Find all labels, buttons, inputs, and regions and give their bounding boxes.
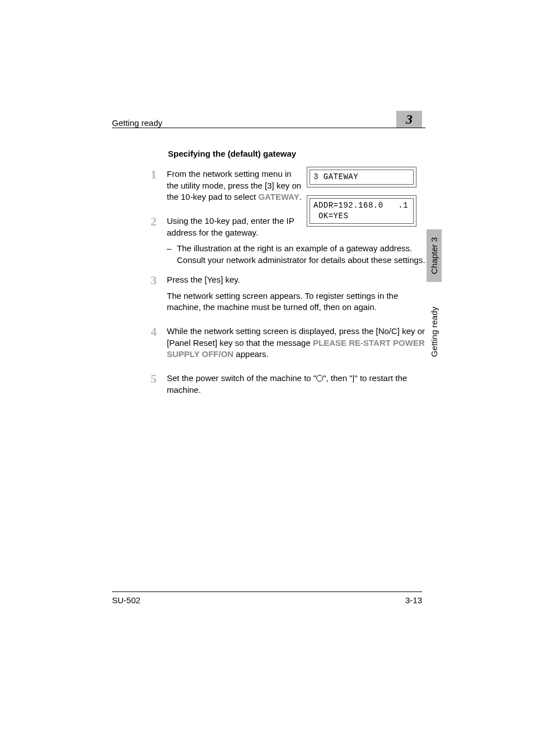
page-header: Getting ready 3 — [112, 111, 422, 128]
step-number: 1 — [134, 168, 167, 181]
lcd-text: ADDR=192.168.0 .1 OK=YES — [310, 198, 414, 224]
dash-bullet: – — [167, 243, 177, 266]
step-body: While the network setting screen is disp… — [167, 326, 425, 365]
step-paragraph: While the network setting screen is disp… — [167, 326, 425, 360]
page-footer: SU-502 3-13 — [112, 591, 422, 605]
lcd-text: 3 GATEWAY — [310, 170, 414, 185]
step-paragraph: From the network setting menu in the uti… — [167, 168, 302, 203]
text-run: Using the 10-key pad, enter the IP addre… — [167, 216, 294, 237]
step-sublist-item: – The illustration at the right is an ex… — [167, 243, 425, 266]
step-3: 3 Press the [Yes] key. The network setti… — [112, 274, 425, 318]
text-run: The network setting screen appears. To r… — [167, 291, 398, 312]
text-run: The illustration at the right is an exam… — [177, 243, 425, 265]
header-section-name: Getting ready — [112, 118, 162, 128]
footer-page-number: 3-13 — [405, 595, 422, 605]
lcd-box-2: ADDR=192.168.0 .1 OK=YES — [307, 195, 416, 227]
sublist-text: The illustration at the right is an exam… — [177, 243, 425, 266]
text-run: Press the [Yes] key. — [167, 275, 240, 284]
step-4: 4 While the network setting screen is di… — [112, 326, 425, 365]
text-run-emphasis: GATEWAY — [258, 192, 299, 201]
side-tab-chapter: Chapter 3 — [427, 229, 442, 282]
step-number: 4 — [134, 326, 167, 338]
step-body: Press the [Yes] key. The network setting… — [167, 274, 425, 318]
lcd-line: ADDR=192.168.0 .1 — [313, 201, 408, 210]
step-number: 3 — [134, 274, 167, 287]
text-run: appears. — [233, 349, 269, 359]
power-off-circle-icon — [316, 375, 323, 382]
side-tab-section: Getting ready — [427, 299, 442, 365]
illustration-group: 3 GATEWAY ADDR=192.168.0 .1 OK=YES — [307, 167, 416, 234]
step-5: 5 Set the power switch of the machine to… — [112, 373, 425, 400]
header-chapter-number: 3 — [406, 112, 413, 127]
side-tabs: Chapter 3 Getting ready — [427, 229, 442, 365]
header-chapter-badge: 3 — [396, 111, 422, 128]
step-paragraph: Press the [Yes] key. — [167, 274, 425, 286]
header-rule — [112, 128, 425, 128]
lcd-line: OK=YES — [313, 212, 348, 220]
step-number: 5 — [134, 373, 167, 385]
step-paragraph: Set the power switch of the machine to "… — [167, 373, 425, 396]
footer-model: SU-502 — [112, 595, 140, 605]
page: Getting ready 3 Specifying the (default)… — [0, 0, 534, 756]
step-body: Set the power switch of the machine to "… — [167, 373, 425, 400]
lcd-box-1: 3 GATEWAY — [307, 167, 416, 187]
section-title: Specifying the (default) gateway — [168, 149, 425, 158]
text-run: Set the power switch of the machine to " — [167, 373, 316, 383]
step-paragraph: The network setting screen appears. To r… — [167, 290, 425, 313]
step-number: 2 — [134, 215, 167, 228]
text-run: . — [299, 192, 302, 201]
